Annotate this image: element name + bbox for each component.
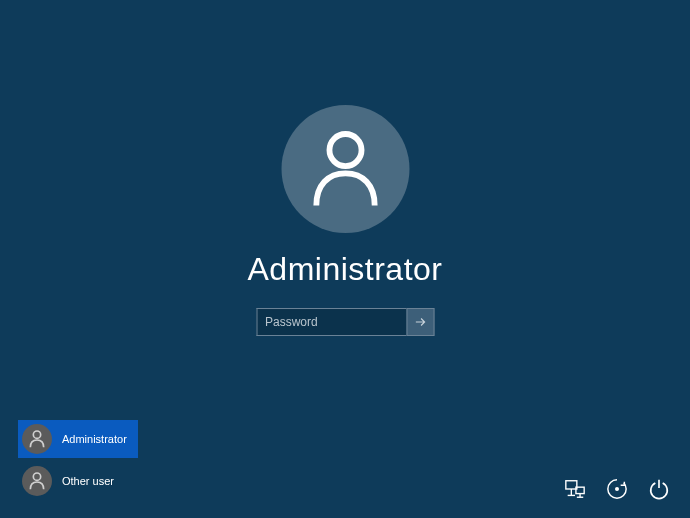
- ease-of-access-icon: [606, 478, 628, 500]
- user-list: Administrator Other user: [18, 420, 138, 500]
- user-tile-label: Other user: [62, 475, 114, 487]
- username-display: Administrator: [248, 251, 443, 288]
- password-row: [256, 308, 434, 336]
- svg-point-0: [329, 134, 361, 166]
- network-icon: [564, 478, 586, 500]
- arrow-right-icon: [413, 315, 427, 329]
- user-tile-administrator[interactable]: Administrator: [18, 420, 138, 458]
- power-icon: [648, 478, 670, 500]
- user-avatar-large: [281, 105, 409, 233]
- user-avatar-small: [22, 466, 52, 496]
- password-input[interactable]: [256, 308, 406, 336]
- ease-of-access-button[interactable]: [606, 478, 628, 500]
- network-button[interactable]: [564, 478, 586, 500]
- svg-point-2: [33, 473, 40, 480]
- svg-rect-3: [566, 481, 577, 489]
- submit-button[interactable]: [406, 308, 434, 336]
- svg-point-9: [615, 487, 619, 491]
- svg-point-1: [33, 431, 40, 438]
- user-tile-label: Administrator: [62, 433, 127, 445]
- user-tile-other-user[interactable]: Other user: [18, 462, 138, 500]
- user-avatar-small: [22, 424, 52, 454]
- power-button[interactable]: [648, 478, 670, 500]
- system-icons: [564, 478, 670, 500]
- person-icon: [29, 472, 45, 490]
- person-icon: [29, 430, 45, 448]
- login-panel: Administrator: [248, 105, 443, 336]
- person-icon: [310, 129, 380, 209]
